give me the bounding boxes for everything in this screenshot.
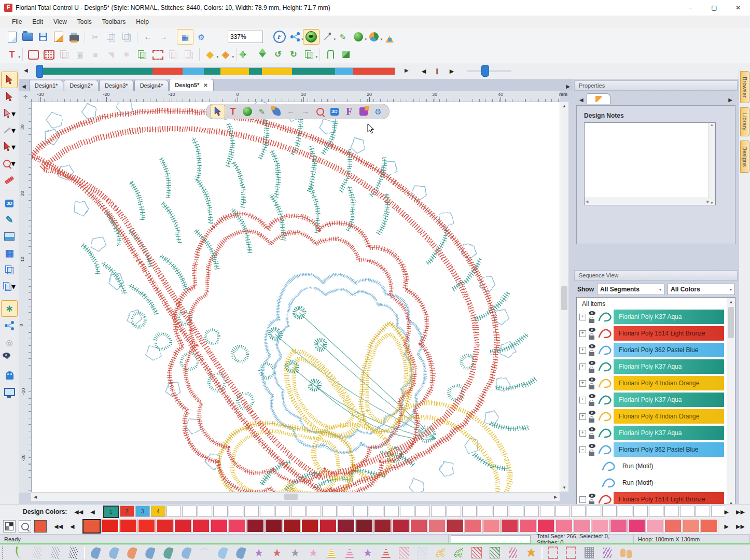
maximize-button[interactable]: ▢ [702,0,726,16]
save-design-button[interactable] [35,30,51,44]
thread-swatch[interactable] [646,519,663,533]
menu-view[interactable]: View [49,17,72,27]
h-scroll-thumb[interactable] [284,494,298,500]
dropdown-caret-icon[interactable]: ▾ [232,55,234,59]
seq-scroll-up-icon[interactable]: ▲ [727,298,735,306]
empty-color-swatch[interactable] [291,506,305,517]
menu-tools[interactable]: Tools [73,17,96,27]
motif-thumbnail[interactable] [233,546,248,559]
scroll-up-icon[interactable]: ▲ [560,102,568,110]
empty-color-swatch[interactable] [649,506,663,517]
float-select-tool[interactable] [211,105,225,118]
thread-swatch[interactable] [102,519,119,533]
motif-thumbnail[interactable] [523,546,539,559]
float-zoom-tool[interactable] [313,105,327,118]
empty-color-swatch[interactable] [696,506,710,517]
motif-thumbnail[interactable]: ★ [360,546,376,559]
expand-icon[interactable]: + [579,397,586,403]
thread-swatch[interactable] [82,519,101,534]
sequence-row[interactable]: + Floriani Poly 4 Indian Orange [577,408,726,425]
align-button[interactable]: ◈▾ [218,47,233,62]
lock-icon[interactable] [589,385,594,389]
motif-thumbnail[interactable] [505,546,521,559]
eye-icon[interactable] [589,377,595,382]
mirror-horizontal-button[interactable] [239,47,255,62]
canvas-vertical-scrollbar[interactable]: ▲ ▼ [560,102,568,492]
motif-thumbnail[interactable] [178,546,194,559]
empty-color-swatch[interactable] [275,506,290,517]
dc-next-icon[interactable]: ▶ [725,509,729,515]
design-color-swatch[interactable]: 1 [103,506,119,518]
empty-color-swatch[interactable] [618,506,632,517]
empty-color-swatch[interactable] [338,506,352,517]
prop-tabs-right-icon[interactable]: ▶ [725,97,735,104]
eye-icon[interactable] [589,311,595,315]
tab-design4[interactable]: Design4* [134,80,169,91]
expand-icon[interactable]: + [579,314,586,320]
rotate-left-button[interactable]: ↺ [270,47,286,62]
motif-thumbnail[interactable] [88,546,103,559]
settings-button[interactable]: ⚙ [193,30,209,44]
sequence-row[interactable]: − Floriani Poly 362 Pastel Blue [577,441,726,458]
sequence-row[interactable]: + Floriani Poly 362 Pastel Blue [577,342,726,358]
measure-tool[interactable] [2,172,17,188]
scroll-down-icon[interactable]: ▼ [560,483,568,492]
motif-thumbnail[interactable] [396,546,412,559]
sequence-row[interactable]: + Floriani Poly K37 Aqua [577,309,726,325]
empty-color-swatch[interactable] [571,506,586,517]
motif-thumbnail[interactable] [469,546,484,559]
motif-thumbnail[interactable]: ★ [251,546,267,559]
float-shape-tool[interactable] [270,105,283,118]
thread-swatch[interactable] [483,519,500,533]
motif-thumbnail[interactable] [142,546,158,559]
empty-color-swatch[interactable] [229,506,243,517]
lock-icon[interactable] [589,452,594,456]
float-draw-tool[interactable]: ✎ [255,105,269,118]
menu-help[interactable]: Help [131,17,154,27]
thread-swatch[interactable] [501,519,518,533]
motif-thumbnail[interactable] [433,546,448,559]
seq-v-thumb[interactable] [728,307,734,338]
duplicate-rotate-button[interactable]: ▾ [301,47,317,62]
eye-icon[interactable] [589,444,595,448]
thread-prev-icon[interactable]: ◀ [70,523,74,530]
thread-swatch[interactable] [192,519,210,533]
tabs-right-icon[interactable]: ▶ [563,83,573,91]
sequence-child-row[interactable]: Run (Motif) [577,458,726,474]
thread-last-icon[interactable]: ▶▶ [736,523,745,530]
mirror-vertical-button[interactable] [255,47,270,62]
empty-color-swatch[interactable] [493,506,508,517]
expand-icon[interactable]: + [579,380,586,387]
dock-tab-browser[interactable]: Browser [740,71,749,103]
expand-icon[interactable]: + [579,363,586,370]
float-save-button[interactable] [357,105,370,118]
tab-design3[interactable]: Design3* [99,80,134,91]
scrub-right-icon[interactable]: ▶ [405,67,409,73]
expand-icon[interactable]: + [579,430,586,437]
dock-tab-designs[interactable]: Designs [740,141,749,173]
collapse-icon[interactable]: − [579,446,586,453]
thread-swatch[interactable] [465,519,482,533]
design-color-swatch[interactable]: 4 [151,506,165,517]
zoom-tool[interactable]: ▾ [2,156,17,171]
tabs-left-icon[interactable]: ◀ [19,83,29,91]
empty-color-swatch[interactable] [664,506,679,517]
minimize-button[interactable]: – [678,0,702,16]
float-back-button[interactable]: ← [284,105,298,118]
thread-swatch[interactable] [374,519,391,533]
group-button[interactable] [323,47,338,62]
motif-thumbnail[interactable] [378,546,394,559]
menu-toolbars[interactable]: Toolbars [98,17,130,27]
dc-prev-icon[interactable]: ◀ [90,509,94,515]
thread-swatch[interactable] [410,519,427,533]
lasso-select-tool[interactable] [2,89,17,105]
eye-icon[interactable] [589,361,595,365]
new-design-button[interactable] [4,30,20,44]
thread-swatch[interactable] [247,519,264,533]
expand-icon[interactable]: + [579,330,586,337]
current-thread-swatch[interactable] [34,520,47,533]
float-text-tool[interactable]: T [226,105,240,118]
stitch-line-tool[interactable]: ▾ [320,30,335,44]
dropdown-caret-icon[interactable]: ▾ [11,109,16,119]
thread-swatch[interactable] [701,519,718,533]
